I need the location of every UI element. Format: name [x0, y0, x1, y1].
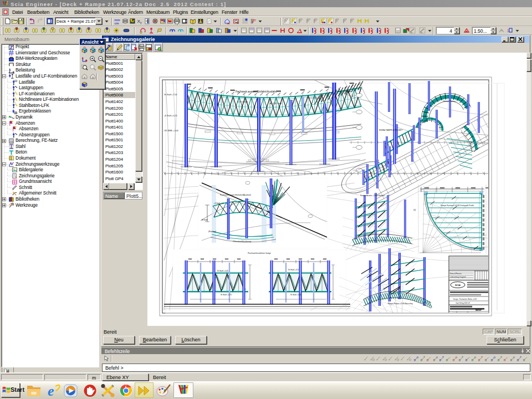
svg-text:(Plattform): (Plattform)	[208, 231, 216, 233]
svg-text:6 x 6 5 Grad: 6 x 6 5 Grad	[237, 101, 248, 103]
svg-text:Rampe Plateau: Rampe Plateau	[443, 100, 456, 103]
svg-text:+6 Stahl +0,14: +6 Stahl +0,14	[164, 115, 177, 117]
svg-text:Design : Fachwerke, Bühne +4.3: Design : Fachwerke, Bühne +4.35	[453, 298, 477, 300]
svg-text:MAP: MAP	[475, 308, 482, 311]
svg-text:Firma & Planstat: Firma & Planstat	[450, 273, 462, 275]
svg-text:St Stahl +0,50: St Stahl +0,50	[290, 294, 301, 296]
svg-text:Jean Verlag 2001 x8: Jean Verlag 2001 x8	[456, 302, 470, 304]
svg-text:(3): (3)	[413, 209, 416, 211]
svg-text:Lieferumfang Tragwerk: Lieferumfang Tragwerk	[450, 276, 466, 278]
svg-text:NIVEAU RAMPE A PROJEKT: NIVEAU RAMPE A PROJEKT	[379, 129, 402, 131]
svg-text:Rampe Fachwerk U0 B2 Drehpunkt: Rampe Fachwerk U0 B2 Drehpunkt Profile	[441, 204, 474, 207]
svg-text:e: e	[48, 383, 54, 398]
svg-text:OK WSB +-0,00: OK WSB +-0,00	[164, 130, 178, 132]
svg-text:Rampe Plateau +4 x8 Übersichti: Rampe Plateau +4 x8 Übersichtig	[388, 303, 413, 305]
svg-text:Fachwerksrahmen lange: Fachwerksrahmen lange	[248, 252, 271, 254]
svg-text:17/Lorahook/Fachhaengt: 17/Lorahook/Fachhaengt	[233, 241, 252, 243]
svg-text:St Stahl +5,45: St Stahl +5,45	[217, 270, 228, 272]
svg-text:St Stahl +4 5t: St Stahl +4 5t	[288, 269, 299, 271]
svg-text:Fachwerk aussen Einfahrt/Ausfa: Fachwerk aussen Einfahrt/Ausfahrt	[236, 90, 277, 93]
svg-text:4 x 5.0 Grad: 4 x 5.0 Grad	[201, 95, 211, 97]
svg-text:+3 Stahl +0,5: +3 Stahl +0,5	[214, 202, 224, 204]
svg-text:Fachwerk innen Einfahrt/Ausfah: Fachwerk innen Einfahrt/Ausfahrt	[220, 194, 252, 196]
svg-text:Gr Stahl +7,54: Gr Stahl +7,54	[164, 94, 177, 96]
svg-text:St Stahl +0,75: St Stahl +0,75	[221, 294, 232, 296]
svg-text:A x 5,45 Grad: A x 5,45 Grad	[270, 103, 282, 105]
svg-text:Rampe Aussen +2 B10 Bereich: Rampe Aussen +2 B10 Bereich	[360, 195, 385, 197]
svg-text:M Stahl: M Stahl	[202, 219, 208, 221]
svg-text:SCIA: SCIA	[455, 284, 461, 287]
